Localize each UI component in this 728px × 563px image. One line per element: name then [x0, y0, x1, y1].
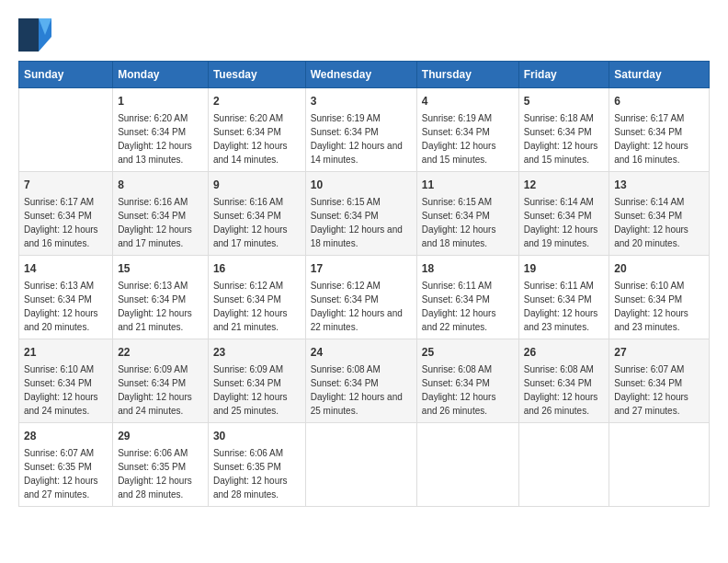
- day-info: Sunrise: 6:15 AM Sunset: 6:34 PM Dayligh…: [311, 195, 412, 250]
- calendar-week-row: 7Sunrise: 6:17 AM Sunset: 6:34 PM Daylig…: [19, 172, 710, 256]
- day-info: Sunrise: 6:14 AM Sunset: 6:34 PM Dayligh…: [524, 195, 605, 250]
- calendar-cell: 23Sunrise: 6:09 AM Sunset: 6:34 PM Dayli…: [208, 339, 305, 423]
- day-info: Sunrise: 6:20 AM Sunset: 6:34 PM Dayligh…: [213, 111, 301, 167]
- calendar-cell: 3Sunrise: 6:19 AM Sunset: 6:34 PM Daylig…: [305, 88, 416, 172]
- calendar-cell: 30Sunrise: 6:06 AM Sunset: 6:35 PM Dayli…: [208, 423, 305, 507]
- calendar-cell: 12Sunrise: 6:14 AM Sunset: 6:34 PM Dayli…: [518, 172, 609, 256]
- day-info: Sunrise: 6:11 AM Sunset: 6:34 PM Dayligh…: [524, 279, 605, 334]
- calendar-cell: 6Sunrise: 6:17 AM Sunset: 6:34 PM Daylig…: [609, 88, 710, 172]
- day-info: Sunrise: 6:19 AM Sunset: 6:34 PM Dayligh…: [311, 111, 412, 167]
- day-number: 9: [213, 177, 301, 193]
- day-info: Sunrise: 6:09 AM Sunset: 6:34 PM Dayligh…: [213, 362, 301, 418]
- calendar-cell: [305, 423, 416, 507]
- calendar-week-row: 21Sunrise: 6:10 AM Sunset: 6:34 PM Dayli…: [19, 339, 710, 423]
- col-header-saturday: Saturday: [609, 62, 710, 88]
- col-header-tuesday: Tuesday: [208, 62, 305, 88]
- day-number: 11: [422, 177, 514, 193]
- day-number: 28: [24, 428, 108, 444]
- day-number: 12: [524, 177, 605, 193]
- day-number: 24: [311, 344, 412, 361]
- day-number: 26: [524, 344, 605, 361]
- day-info: Sunrise: 6:10 AM Sunset: 6:34 PM Dayligh…: [24, 362, 108, 418]
- calendar-cell: 14Sunrise: 6:13 AM Sunset: 6:34 PM Dayli…: [19, 256, 113, 339]
- calendar-cell: 24Sunrise: 6:08 AM Sunset: 6:34 PM Dayli…: [305, 339, 416, 423]
- day-number: 18: [422, 260, 514, 277]
- calendar-cell: 27Sunrise: 6:07 AM Sunset: 6:34 PM Dayli…: [609, 339, 710, 423]
- day-number: 1: [118, 93, 203, 109]
- day-info: Sunrise: 6:12 AM Sunset: 6:34 PM Dayligh…: [311, 279, 412, 334]
- day-number: 19: [524, 260, 605, 277]
- day-info: Sunrise: 6:09 AM Sunset: 6:34 PM Dayligh…: [118, 362, 203, 418]
- calendar-cell: 26Sunrise: 6:08 AM Sunset: 6:34 PM Dayli…: [518, 339, 609, 423]
- calendar-cell: [416, 423, 518, 507]
- day-number: 10: [311, 177, 412, 193]
- day-number: 22: [118, 344, 203, 361]
- day-info: Sunrise: 6:10 AM Sunset: 6:34 PM Dayligh…: [614, 279, 704, 334]
- day-info: Sunrise: 6:08 AM Sunset: 6:34 PM Dayligh…: [311, 362, 412, 418]
- day-number: 6: [614, 93, 704, 109]
- col-header-monday: Monday: [113, 62, 209, 88]
- day-number: 17: [311, 260, 412, 277]
- calendar-cell: 11Sunrise: 6:15 AM Sunset: 6:34 PM Dayli…: [416, 172, 518, 256]
- col-header-thursday: Thursday: [416, 62, 518, 88]
- day-info: Sunrise: 6:17 AM Sunset: 6:34 PM Dayligh…: [24, 195, 108, 250]
- calendar-week-row: 28Sunrise: 6:07 AM Sunset: 6:35 PM Dayli…: [19, 423, 710, 507]
- calendar-cell: 8Sunrise: 6:16 AM Sunset: 6:34 PM Daylig…: [113, 172, 209, 256]
- day-info: Sunrise: 6:15 AM Sunset: 6:34 PM Dayligh…: [422, 195, 514, 250]
- calendar-cell: [609, 423, 710, 507]
- day-info: Sunrise: 6:07 AM Sunset: 6:34 PM Dayligh…: [614, 362, 704, 418]
- col-header-wednesday: Wednesday: [305, 62, 416, 88]
- calendar-cell: 17Sunrise: 6:12 AM Sunset: 6:34 PM Dayli…: [305, 256, 416, 339]
- day-info: Sunrise: 6:16 AM Sunset: 6:34 PM Dayligh…: [118, 195, 203, 250]
- day-info: Sunrise: 6:07 AM Sunset: 6:35 PM Dayligh…: [24, 446, 108, 501]
- day-number: 3: [311, 93, 412, 109]
- calendar-cell: 9Sunrise: 6:16 AM Sunset: 6:34 PM Daylig…: [208, 172, 305, 256]
- day-number: 4: [422, 93, 514, 109]
- day-info: Sunrise: 6:08 AM Sunset: 6:34 PM Dayligh…: [422, 362, 514, 418]
- calendar-cell: 16Sunrise: 6:12 AM Sunset: 6:34 PM Dayli…: [208, 256, 305, 339]
- calendar-cell: 18Sunrise: 6:11 AM Sunset: 6:34 PM Dayli…: [416, 256, 518, 339]
- calendar-cell: 29Sunrise: 6:06 AM Sunset: 6:35 PM Dayli…: [113, 423, 209, 507]
- calendar-cell: 21Sunrise: 6:10 AM Sunset: 6:34 PM Dayli…: [19, 339, 113, 423]
- day-number: 30: [213, 428, 301, 444]
- calendar-cell: 1Sunrise: 6:20 AM Sunset: 6:34 PM Daylig…: [113, 88, 209, 172]
- day-number: 29: [118, 428, 203, 444]
- calendar-cell: 7Sunrise: 6:17 AM Sunset: 6:34 PM Daylig…: [19, 172, 113, 256]
- logo: [18, 18, 55, 52]
- day-info: Sunrise: 6:19 AM Sunset: 6:34 PM Dayligh…: [422, 111, 514, 167]
- day-info: Sunrise: 6:16 AM Sunset: 6:34 PM Dayligh…: [213, 195, 301, 250]
- day-info: Sunrise: 6:20 AM Sunset: 6:34 PM Dayligh…: [118, 111, 203, 167]
- day-number: 13: [614, 177, 704, 193]
- day-number: 14: [24, 260, 108, 277]
- day-number: 7: [24, 177, 108, 193]
- page-header: [18, 18, 710, 52]
- day-info: Sunrise: 6:14 AM Sunset: 6:34 PM Dayligh…: [614, 195, 704, 250]
- day-number: 23: [213, 344, 301, 361]
- day-info: Sunrise: 6:18 AM Sunset: 6:34 PM Dayligh…: [524, 111, 605, 167]
- day-info: Sunrise: 6:13 AM Sunset: 6:34 PM Dayligh…: [118, 279, 203, 334]
- svg-rect-0: [18, 18, 39, 52]
- calendar-cell: 20Sunrise: 6:10 AM Sunset: 6:34 PM Dayli…: [609, 256, 710, 339]
- calendar-cell: 10Sunrise: 6:15 AM Sunset: 6:34 PM Dayli…: [305, 172, 416, 256]
- day-number: 8: [118, 177, 203, 193]
- calendar-cell: 5Sunrise: 6:18 AM Sunset: 6:34 PM Daylig…: [518, 88, 609, 172]
- calendar-cell: 2Sunrise: 6:20 AM Sunset: 6:34 PM Daylig…: [208, 88, 305, 172]
- day-info: Sunrise: 6:06 AM Sunset: 6:35 PM Dayligh…: [118, 446, 203, 501]
- day-number: 20: [614, 260, 704, 277]
- day-number: 27: [614, 344, 704, 361]
- day-number: 21: [24, 344, 108, 361]
- calendar-cell: 22Sunrise: 6:09 AM Sunset: 6:34 PM Dayli…: [113, 339, 209, 423]
- calendar-cell: 28Sunrise: 6:07 AM Sunset: 6:35 PM Dayli…: [19, 423, 113, 507]
- logo-icon: [18, 18, 51, 52]
- calendar-week-row: 14Sunrise: 6:13 AM Sunset: 6:34 PM Dayli…: [19, 256, 710, 339]
- calendar-cell: 25Sunrise: 6:08 AM Sunset: 6:34 PM Dayli…: [416, 339, 518, 423]
- day-info: Sunrise: 6:13 AM Sunset: 6:34 PM Dayligh…: [24, 279, 108, 334]
- calendar-table: SundayMondayTuesdayWednesdayThursdayFrid…: [18, 61, 710, 507]
- day-info: Sunrise: 6:17 AM Sunset: 6:34 PM Dayligh…: [614, 111, 704, 167]
- day-number: 5: [524, 93, 605, 109]
- day-info: Sunrise: 6:08 AM Sunset: 6:34 PM Dayligh…: [524, 362, 605, 418]
- calendar-header-row: SundayMondayTuesdayWednesdayThursdayFrid…: [19, 62, 710, 88]
- col-header-sunday: Sunday: [19, 62, 113, 88]
- day-info: Sunrise: 6:11 AM Sunset: 6:34 PM Dayligh…: [422, 279, 514, 334]
- day-info: Sunrise: 6:12 AM Sunset: 6:34 PM Dayligh…: [213, 279, 301, 334]
